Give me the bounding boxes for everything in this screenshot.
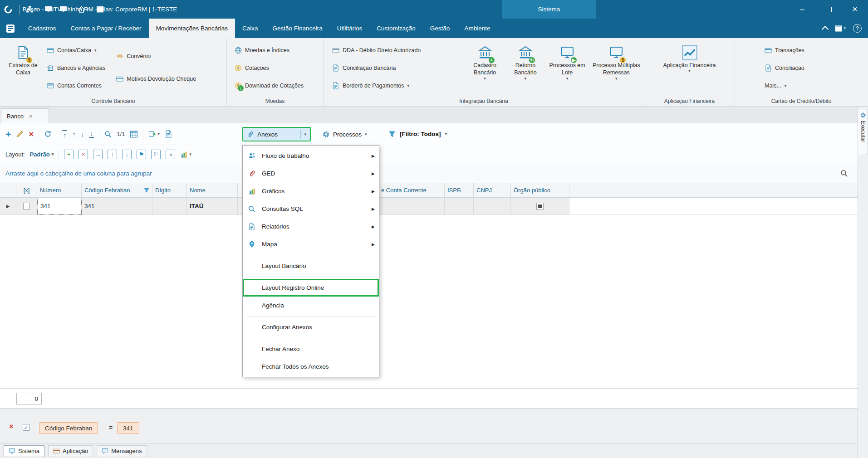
contas-caixa-button[interactable]: Contas/Caixa▾ — [44, 44, 108, 56]
tab-movimentacoes-bancarias[interactable]: Movimentações Bancárias — [149, 19, 235, 38]
statusbar-tab-mensagens[interactable]: Mensagens — [97, 445, 147, 457]
add-layout-button[interactable]: + — [64, 150, 74, 159]
filter-dropdown[interactable]: [Filtro: Todos] ▾ — [388, 123, 447, 145]
collapse-ribbon-icon[interactable] — [822, 26, 829, 33]
move-up-button[interactable]: ↑ — [108, 150, 117, 159]
transacoes-button[interactable]: Transações — [762, 44, 868, 56]
filter-operator[interactable]: = — [109, 424, 113, 431]
filter-value-chip[interactable]: 341 — [117, 422, 139, 434]
processo-multiplas-remessas-button[interactable]: $ Processo Múltiplas Remessas▾ — [589, 38, 644, 92]
goto-record-button[interactable] — [104, 131, 112, 138]
flag-button[interactable]: ⚑ — [137, 150, 146, 159]
delete-layout-button[interactable]: × — [78, 150, 88, 159]
indeterminate-checkbox[interactable] — [536, 203, 544, 210]
column-header-ispb[interactable]: ISPB — [445, 183, 474, 197]
motivos-devolucao-cheque-button[interactable]: Motivos Devolução Cheque — [114, 73, 198, 85]
group-by-bar[interactable]: Arraste aqui o cabeçalho de uma coluna p… — [0, 164, 858, 183]
add-record-button[interactable]: + — [5, 129, 11, 139]
menu-item-ged[interactable]: GED▶ — [243, 165, 379, 182]
row-select-checkbox[interactable] — [16, 198, 37, 214]
report-button[interactable] — [165, 130, 172, 138]
tab-gestao[interactable]: Gestão — [423, 19, 457, 38]
aplicacao-financeira-button[interactable]: Aplicação Financeira▾ — [660, 38, 719, 106]
last-record-button[interactable]: ↓ — [89, 130, 94, 138]
filter-field-chip[interactable]: Código Febraban — [39, 422, 98, 434]
column-header-nome[interactable]: Nome — [187, 183, 238, 197]
window-layout-icon[interactable]: ▾ — [835, 25, 846, 32]
grid-view-button[interactable] — [130, 130, 138, 138]
chart-view-button[interactable]: ▾ — [180, 151, 191, 158]
table-row[interactable]: ▶ 341 341 ITAÚ — [0, 198, 858, 215]
menu-item-fluxo-de-trabalho[interactable]: Fluxo de trabalho▶ — [243, 147, 379, 165]
download-de-cotacoes-button[interactable]: ↓Download de Cotações — [232, 80, 323, 92]
close-button[interactable]: × — [842, 0, 868, 19]
processos-button[interactable]: Processos ▾ — [318, 127, 372, 141]
column-header-orgao-publico[interactable]: Órgão público — [511, 183, 569, 197]
menu-item-configurar-anexos[interactable]: Configurar Anexos — [243, 318, 379, 336]
column-header-x[interactable]: [x] — [16, 183, 37, 197]
menu-item-layout-bancario[interactable]: Layout Bancário — [243, 257, 379, 275]
close-tab-icon[interactable]: × — [29, 113, 33, 120]
cell-cnpj[interactable] — [474, 198, 511, 214]
flag-outline-button[interactable]: ⚐ — [151, 150, 161, 159]
anexos-button[interactable]: Anexos ▾ — [242, 127, 311, 141]
contrast-view-button[interactable]: ◑ — [166, 150, 175, 159]
next-record-button[interactable]: ↓ — [81, 131, 84, 137]
tab-utilitarios[interactable]: Utilitários — [330, 19, 370, 38]
first-record-button[interactable]: ↑ — [62, 130, 67, 138]
conciliacao-cartao-button[interactable]: Conciliação — [762, 62, 868, 74]
moedas-e-indices-button[interactable]: Moedas e Índices — [232, 44, 323, 56]
menu-item-layout-registro-online[interactable]: Layout Registro Online — [243, 279, 379, 297]
conciliacao-bancaria-button[interactable]: Conciliação Bancária — [330, 62, 465, 74]
dda-button[interactable]: DDA - Débito Direto Autorizado — [330, 44, 465, 56]
layout-select[interactable]: Padrão▾ — [30, 151, 54, 158]
help-icon[interactable]: ? — [853, 24, 862, 33]
grid-search-icon[interactable] — [840, 170, 848, 177]
previous-record-button[interactable]: ↑ — [72, 131, 76, 137]
tab-caixa[interactable]: Caixa — [235, 19, 265, 38]
menu-item-fechar-todos-os-anexos[interactable]: Fechar Todos os Anexos — [243, 358, 379, 375]
tab-customizacao[interactable]: Customização — [369, 19, 423, 38]
bordero-de-pagamentos-button[interactable]: Borderô de Pagamentos▾ — [330, 80, 465, 92]
convenio-button[interactable]: Convênio — [114, 50, 198, 62]
menu-item-fechar-anexo[interactable]: Fechar Anexo — [243, 340, 379, 358]
bancos-e-agencias-button[interactable]: Bancos e Agências — [44, 62, 108, 74]
edit-record-button[interactable] — [16, 130, 24, 138]
filter-enabled-checkbox[interactable]: ✓ — [23, 424, 29, 431]
tab-ambiente[interactable]: Ambiente — [457, 19, 497, 38]
minimize-button[interactable]: – — [789, 0, 815, 19]
cell-numero[interactable]: 341 — [37, 198, 82, 214]
cadastro-bancario-button[interactable]: + Cadastro Bancário▾ — [465, 38, 505, 92]
mais-button[interactable]: Mais...▾ — [762, 80, 868, 92]
menu-item-agencia[interactable]: Agência — [243, 297, 379, 314]
doc-tab-banco[interactable]: Banco × — [1, 108, 49, 123]
menu-item-consultas-sql[interactable]: Consultas SQL▶ — [243, 200, 379, 218]
tab-contas-pagar-receber[interactable]: Contas a Pagar / Receber — [64, 19, 149, 38]
contas-correntes-button[interactable]: Contas Correntes — [44, 80, 108, 92]
menu-item-relatorios[interactable]: Relatórios▶ — [243, 218, 379, 235]
extratos-de-caixa-button[interactable]: $ Extratos de Caixa — [5, 38, 42, 92]
tab-gestao-financeira[interactable]: Gestão Financeira — [265, 19, 329, 38]
menu-item-mapa[interactable]: Mapa▶ — [243, 235, 379, 253]
cell-nome[interactable]: ITAÚ — [187, 198, 238, 214]
column-filter-icon[interactable] — [144, 188, 149, 193]
grid-body[interactable] — [0, 215, 858, 388]
cell-ispb[interactable] — [445, 198, 474, 214]
column-header-digito[interactable]: Dígito — [152, 183, 187, 197]
statusbar-tab-aplicacao[interactable]: Aplicação — [48, 445, 93, 457]
remove-filter-button[interactable]: × — [9, 423, 13, 430]
cell-orgao-publico[interactable] — [511, 198, 569, 214]
maximize-button[interactable] — [815, 0, 842, 19]
app-menu-button[interactable] — [0, 19, 21, 38]
import-layout-button[interactable]: → — [93, 150, 103, 159]
cell-digito[interactable] — [152, 198, 187, 214]
cotacoes-button[interactable]: Cotações — [232, 62, 323, 74]
export-button[interactable]: ▾ — [148, 130, 160, 138]
tab-cadastros[interactable]: Cadastros — [21, 19, 64, 38]
move-down-button[interactable]: ↓ — [122, 150, 132, 159]
column-header-codigo-febraban[interactable]: Código Febraban — [82, 183, 152, 197]
retorno-bancario-button[interactable]: ↻ Retorno Bancário▾ — [505, 38, 545, 92]
column-header-numero[interactable]: Número — [37, 183, 82, 197]
delete-record-button[interactable]: × — [29, 130, 34, 138]
statusbar-tab-sistema[interactable]: Sistema — [4, 445, 44, 457]
